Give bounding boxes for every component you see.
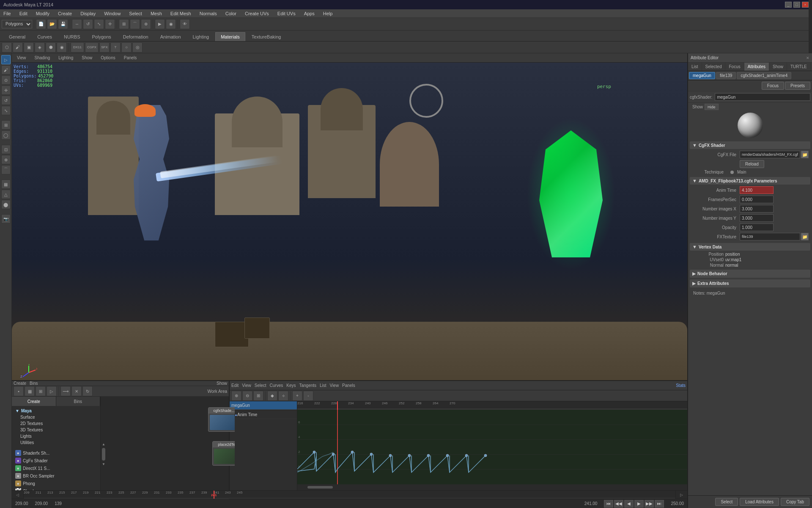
- hs-menu-bins[interactable]: Bins: [30, 381, 38, 386]
- hs-child-lights[interactable]: Lights: [19, 433, 99, 439]
- material-view-btn[interactable]: ◎: [132, 42, 143, 52]
- ae-numy-input[interactable]: [740, 214, 774, 222]
- menu-create[interactable]: Create: [56, 10, 74, 17]
- lasso-tool[interactable]: ⊙: [1, 75, 11, 85]
- paint-tool[interactable]: 🖌: [13, 42, 23, 52]
- ae-anim-time-input[interactable]: [740, 186, 774, 194]
- ge-fit[interactable]: ⊞: [253, 391, 263, 401]
- ae-params-header[interactable]: ▼ AMD_FX_Flipbook713.cgfx Parameters: [690, 177, 810, 185]
- ge-remove-key[interactable]: -: [303, 391, 313, 401]
- ge-menu-select[interactable]: Select: [255, 383, 266, 388]
- ge-menu-view2[interactable]: View: [330, 383, 339, 388]
- menu-create-uvs[interactable]: Create UVs: [243, 10, 271, 17]
- ae-node-tab-megagun[interactable]: megaGun: [689, 72, 715, 79]
- go-to-end-btn[interactable]: ⏭: [655, 500, 664, 508]
- ae-tab-focus[interactable]: Focus: [725, 63, 744, 71]
- ae-hide-btn[interactable]: Hide: [705, 104, 719, 110]
- hs-refresh[interactable]: ↻: [82, 386, 93, 396]
- select-tool-left[interactable]: ▷: [1, 55, 11, 64]
- ae-fxtex-input[interactable]: [740, 233, 800, 240]
- move-tool[interactable]: ↔: [72, 19, 82, 29]
- hs-input-output[interactable]: ⟶: [60, 386, 71, 396]
- ae-file-browse-btn[interactable]: 📁: [801, 151, 809, 158]
- hs-tab-bins[interactable]: Bins: [56, 397, 101, 406]
- poly-tool[interactable]: △: [1, 190, 11, 199]
- ae-numx-input[interactable]: [740, 205, 774, 213]
- hs-item-dx11[interactable]: ■ DirectX 11 S...: [14, 464, 99, 472]
- ae-fps-input[interactable]: [740, 196, 774, 203]
- snap-point[interactable]: ⊕: [141, 19, 151, 29]
- component-tool[interactable]: ▦: [1, 179, 11, 189]
- vp-show-menu[interactable]: Show: [79, 55, 95, 61]
- menu-edit-uvs[interactable]: Edit UVs: [276, 10, 297, 17]
- move-tool-left[interactable]: ✛: [1, 86, 11, 95]
- hs-clear[interactable]: ✕: [71, 386, 82, 396]
- vp-panels-menu[interactable]: Panels: [121, 55, 140, 61]
- ae-cgfx-header[interactable]: ▼ CgFX Shader: [690, 141, 810, 149]
- maximize-btn[interactable]: □: [793, 2, 800, 8]
- tab-general[interactable]: General: [3, 32, 31, 41]
- snap-grid[interactable]: ⊞: [119, 19, 129, 29]
- hs-maya-parent[interactable]: ▼ Maya: [14, 408, 99, 414]
- ge-tangent-tool[interactable]: ⟡: [278, 391, 288, 401]
- menu-mesh[interactable]: Mesh: [149, 10, 164, 17]
- transform-tool[interactable]: ✛: [105, 19, 115, 29]
- ae-node-tab-cgfxanim[interactable]: cgfxShader1_animTime4: [737, 72, 791, 79]
- menu-display[interactable]: Display: [79, 10, 97, 17]
- close-btn[interactable]: ×: [802, 2, 809, 8]
- menu-modify[interactable]: Modify: [34, 10, 51, 17]
- vp-shading-menu[interactable]: Shading: [32, 55, 53, 61]
- ge-scroll-thumb[interactable]: [307, 486, 333, 489]
- show-manip[interactable]: ⊞: [1, 120, 11, 130]
- hs-item-shaderfx[interactable]: ■ Shaderfx Sh...: [14, 449, 99, 457]
- ae-fxtex-browse-btn[interactable]: 📁: [801, 233, 809, 240]
- mode-selector[interactable]: Polygons: [2, 20, 32, 28]
- tab-materials[interactable]: Materials: [215, 32, 245, 41]
- snap-to-curve[interactable]: ⌒: [1, 165, 11, 174]
- new-file-btn[interactable]: 📄: [36, 19, 46, 29]
- hs-tool4[interactable]: ▷: [47, 386, 57, 396]
- ae-node-tab-file139[interactable]: file139: [716, 72, 736, 79]
- ae-copy-tab-btn[interactable]: Copy Tab: [781, 498, 809, 506]
- save-btn[interactable]: 💾: [58, 19, 68, 29]
- hs-item-cgfx[interactable]: ■ CgFx Shader: [14, 457, 99, 464]
- tool6[interactable]: ◉: [57, 42, 67, 52]
- ae-tab-turtle[interactable]: TURTLE: [787, 63, 811, 71]
- snap-curve[interactable]: ⌒: [130, 19, 140, 29]
- tab-nurbs[interactable]: NURBS: [58, 32, 86, 41]
- ae-close-btn[interactable]: ✕: [806, 56, 809, 60]
- ae-focus-btn[interactable]: Focus: [762, 82, 784, 90]
- ae-tab-show[interactable]: Show: [769, 63, 787, 71]
- sfx-btn[interactable]: SFX: [99, 42, 110, 52]
- menu-normals[interactable]: Normals: [198, 10, 219, 17]
- ge-menu-curves[interactable]: Curves: [270, 383, 283, 388]
- ge-animation-graph[interactable]: 216 222 228 234 240 246 252 258 264 270: [297, 401, 687, 490]
- ae-extra-attrs-header[interactable]: ▶ Extra Attributes: [690, 279, 810, 287]
- ge-zoom-out[interactable]: ⊖: [242, 391, 252, 401]
- soft-sel[interactable]: ◯: [1, 130, 11, 140]
- menu-apps[interactable]: Apps: [302, 10, 316, 17]
- play-btn[interactable]: ▶: [634, 500, 644, 508]
- ge-menu-list[interactable]: List: [320, 383, 326, 388]
- vp-lighting-menu[interactable]: Lighting: [56, 55, 76, 61]
- ge-hscrollbar[interactable]: [297, 484, 687, 490]
- ae-opacity-input[interactable]: [740, 224, 774, 231]
- scale-left[interactable]: ⤡: [1, 106, 11, 115]
- dx11-btn[interactable]: DX11: [71, 42, 84, 52]
- paint-select[interactable]: 🖌: [1, 65, 11, 75]
- tab-deformation[interactable]: Deformation: [118, 32, 154, 41]
- ae-select-btn[interactable]: Select: [715, 498, 738, 506]
- tool3[interactable]: ▣: [24, 42, 34, 52]
- turtle-btn[interactable]: T: [110, 42, 121, 52]
- ae-tab-list[interactable]: List: [688, 63, 702, 71]
- hs-child-utils[interactable]: Utilities: [19, 439, 99, 446]
- sculpt-tool[interactable]: ⬤: [1, 200, 11, 209]
- ge-menu-tangents[interactable]: Tangents: [299, 383, 316, 388]
- prev-frame-btn[interactable]: ◀◀: [614, 500, 623, 508]
- ge-add-key[interactable]: +: [292, 391, 302, 401]
- ae-load-attrs-btn[interactable]: Load Attributes: [740, 498, 779, 506]
- ae-reload-btn[interactable]: Reload: [740, 160, 764, 168]
- step-back-btn[interactable]: ◀: [624, 500, 634, 508]
- hs-tool1[interactable]: ▪: [14, 386, 24, 396]
- snap-to-grid[interactable]: ⊡: [1, 145, 11, 154]
